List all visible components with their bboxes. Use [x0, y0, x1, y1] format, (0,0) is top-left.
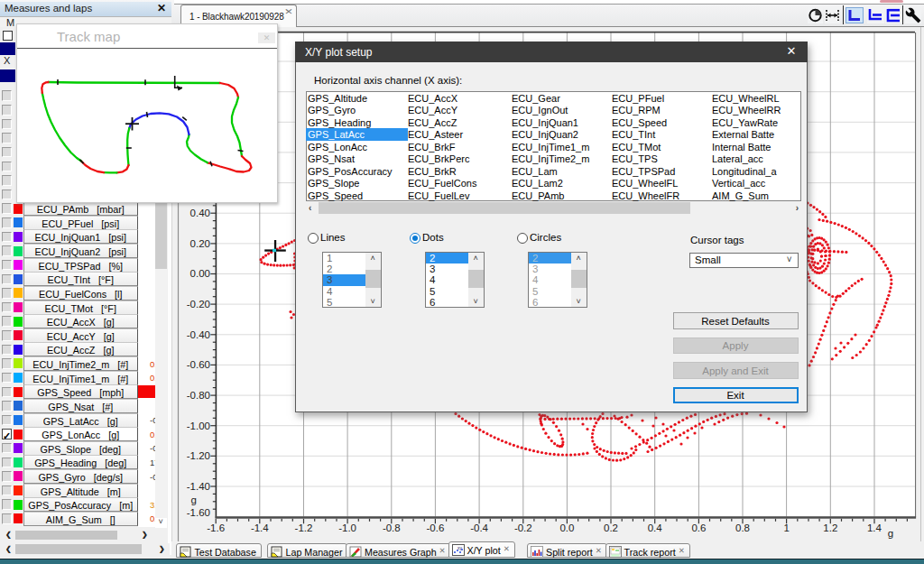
svg-text:0.0: 0.0 — [559, 522, 574, 533]
svg-text:-0.20: -0.20 — [187, 299, 210, 310]
svg-text:-0.6: -0.6 — [426, 522, 444, 533]
svg-text:1.2: 1.2 — [823, 522, 837, 533]
svg-text:0.20: 0.20 — [190, 238, 210, 249]
svg-text:0.40: 0.40 — [190, 208, 210, 218]
svg-text:-0.2: -0.2 — [514, 522, 532, 533]
svg-text:-1.60: -1.60 — [187, 507, 210, 518]
svg-text:0.4: 0.4 — [648, 522, 663, 533]
svg-text:0.00: 0.00 — [190, 268, 210, 279]
svg-text:-0.60: -0.60 — [187, 359, 210, 370]
svg-text:-1.2: -1.2 — [295, 522, 313, 533]
svg-text:-1.20: -1.20 — [187, 450, 210, 461]
svg-text:-1.0: -1.0 — [338, 522, 356, 533]
svg-text:-0.4: -0.4 — [470, 522, 488, 533]
svg-text:-0.8: -0.8 — [383, 522, 401, 533]
svg-text:1.4: 1.4 — [867, 522, 882, 533]
svg-text:0.8: 0.8 — [735, 522, 750, 533]
svg-text:-1.40: -1.40 — [187, 481, 210, 492]
svg-text:-1.6: -1.6 — [207, 522, 225, 533]
svg-text:-1.4: -1.4 — [251, 522, 269, 533]
svg-text:g: g — [888, 528, 893, 539]
svg-text:-1.00: -1.00 — [187, 421, 210, 431]
svg-text:-0.80: -0.80 — [187, 390, 210, 401]
svg-text:g: g — [191, 495, 197, 505]
svg-text:-0.40: -0.40 — [187, 329, 210, 340]
svg-text:1: 1 — [783, 522, 789, 533]
svg-text:0.2: 0.2 — [604, 522, 618, 533]
svg-text:0.6: 0.6 — [691, 522, 706, 533]
